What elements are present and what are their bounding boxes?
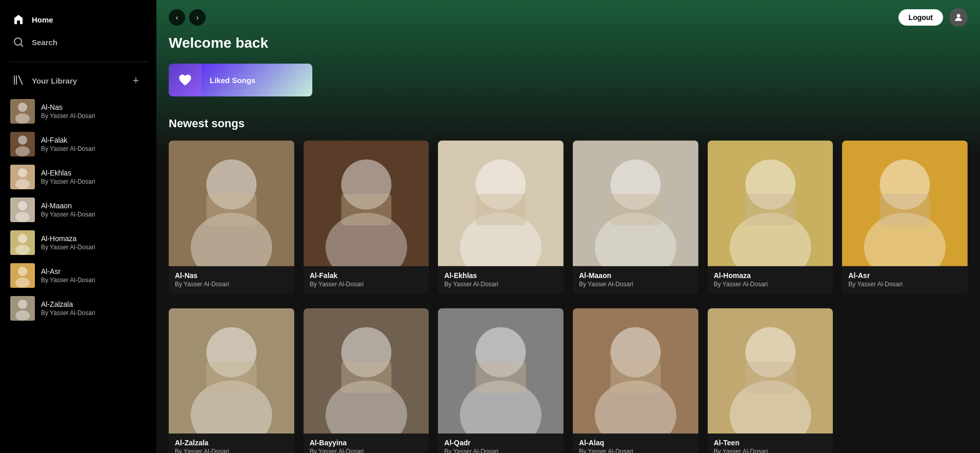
song-card-al-nas[interactable]: Al-NasBy Yasser Al-Dosari: [169, 141, 294, 294]
song-card-image-al-falak: [304, 141, 429, 266]
sidebar-item-home[interactable]: Home: [6, 8, 150, 31]
svg-point-14: [18, 201, 27, 210]
svg-point-21: [15, 278, 30, 288]
sidebar-item-sub-al-nas: By Yasser Al-Dosari: [41, 112, 146, 120]
svg-point-0: [14, 38, 22, 45]
svg-rect-65: [610, 362, 661, 393]
song-card-al-falak[interactable]: Al-FalakBy Yasser Al-Dosari: [304, 141, 429, 294]
liked-songs-card[interactable]: Liked Songs: [169, 64, 312, 96]
song-card-sub-al-ekhlas: By Yasser Al-Dosari: [438, 281, 564, 288]
song-card-r2-4[interactable]: Al-AlaqBy Yasser Al-Dosari: [573, 308, 698, 453]
song-card-sub-al-falak: By Yasser Al-Dosari: [304, 281, 429, 288]
svg-point-17: [18, 234, 27, 243]
song-card-r2-5[interactable]: Al-TeenBy Yasser Al-Dosari: [708, 308, 833, 453]
sidebar-divider: [8, 62, 148, 62]
sidebar-thumb-al-zalzala: [10, 296, 35, 321]
song-card-al-ekhlas[interactable]: Al-EkhlasBy Yasser Al-Dosari: [438, 141, 564, 294]
song-card-title-al-nas: Al-Nas: [169, 266, 294, 281]
song-card-al-maaon[interactable]: Al-MaaonBy Yasser Al-Dosari: [573, 141, 698, 294]
song-card-image-al-maaon: [573, 141, 698, 266]
sidebar-item-info-al-falak: Al-FalakBy Yasser Al-Dosari: [41, 136, 146, 152]
song-card-title-al-maaon: Al-Maaon: [573, 266, 698, 281]
sidebar-item-info-al-ekhlas: Al-EkhlasBy Yasser Al-Dosari: [41, 169, 146, 185]
sidebar-thumb-al-ekhlas: [10, 165, 35, 189]
main-content-area: ‹ › Logout Welcome back Liked Songs: [156, 0, 980, 453]
back-button[interactable]: ‹: [169, 9, 185, 26]
sidebar-thumb-al-maaon: [10, 198, 35, 222]
svg-point-9: [15, 146, 30, 156]
svg-point-24: [15, 310, 30, 321]
sidebar-library-item-al-homaza[interactable]: Al-HomazaBy Yasser Al-Dosari: [4, 226, 152, 259]
sidebar-thumb-al-asr: [10, 263, 35, 288]
liked-songs-icon-box: [169, 64, 202, 96]
sidebar-library-item-al-falak[interactable]: Al-FalakBy Yasser Al-Dosari: [4, 128, 152, 161]
sidebar-library-item-al-nas[interactable]: Al-NasBy Yasser Al-Dosari: [4, 95, 152, 128]
forward-button[interactable]: ›: [189, 9, 206, 26]
sidebar-library-item-al-asr[interactable]: Al-AsrBy Yasser Al-Dosari: [4, 259, 152, 292]
sidebar-library-title[interactable]: Your Library: [12, 74, 77, 88]
library-label: Your Library: [32, 76, 77, 85]
svg-rect-33: [341, 194, 391, 225]
song-card-r2-2[interactable]: Al-BayyinaBy Yasser Al-Dosari: [304, 308, 429, 453]
sidebar-item-name-al-homaza: Al-Homaza: [41, 234, 146, 243]
song-card-sub-r2-1: By Yasser Al-Dosari: [169, 448, 294, 453]
song-card-r2-1[interactable]: Al-ZalzalaBy Yasser Al-Dosari: [169, 308, 294, 453]
liked-songs-label: Liked Songs: [202, 76, 264, 85]
newest-songs-title: Newest songs: [169, 117, 968, 130]
song-card-image-al-nas: [169, 141, 294, 266]
song-card-image-r2-1: [169, 308, 294, 434]
sidebar-thumb-al-nas: [10, 99, 35, 124]
second-songs-grid: Al-ZalzalaBy Yasser Al-Dosari Al-Bayyina…: [169, 308, 968, 453]
svg-rect-2: [14, 75, 15, 85]
song-card-al-asr[interactable]: Al-AsrBy Yasser Al-Dosari: [842, 141, 968, 294]
user-avatar[interactable]: [949, 8, 968, 27]
svg-rect-29: [206, 194, 256, 225]
song-card-sub-r2-5: By Yasser Al-Dosari: [708, 448, 833, 453]
sidebar-item-sub-al-ekhlas: By Yasser Al-Dosari: [41, 178, 146, 185]
song-card-sub-al-maaon: By Yasser Al-Dosari: [573, 281, 698, 288]
svg-rect-3: [16, 75, 17, 85]
sidebar-item-info-al-maaon: Al-MaaonBy Yasser Al-Dosari: [41, 202, 146, 218]
svg-rect-57: [341, 362, 391, 393]
nav-arrows: ‹ ›: [169, 9, 206, 26]
sidebar-item-info-al-nas: Al-NasBy Yasser Al-Dosari: [41, 103, 146, 120]
sidebar-item-search[interactable]: Search: [6, 31, 150, 53]
sidebar-item-name-al-maaon: Al-Maaon: [41, 202, 146, 210]
svg-rect-37: [476, 194, 526, 225]
song-card-image-al-asr: [842, 141, 968, 266]
sidebar-library-item-al-ekhlas[interactable]: Al-EkhlasBy Yasser Al-Dosari: [4, 161, 152, 193]
svg-rect-53: [206, 362, 256, 393]
sidebar: Home Search Your Library +: [0, 0, 156, 453]
add-library-button[interactable]: +: [128, 72, 144, 89]
svg-point-18: [15, 245, 30, 255]
sidebar-item-info-al-asr: Al-AsrBy Yasser Al-Dosari: [41, 267, 146, 284]
song-card-al-homaza[interactable]: Al-HomazaBy Yasser Al-Dosari: [708, 141, 833, 294]
song-card-title-r2-4: Al-Alaq: [573, 434, 698, 448]
song-card-image-r2-2: [304, 308, 429, 434]
newest-songs-grid: Al-NasBy Yasser Al-Dosari Al-FalakBy Yas…: [169, 141, 968, 294]
song-card-image-r2-4: [573, 308, 698, 434]
sidebar-item-sub-al-homaza: By Yasser Al-Dosari: [41, 244, 146, 251]
svg-rect-69: [745, 362, 795, 393]
svg-line-1: [21, 45, 24, 47]
logout-button[interactable]: Logout: [898, 9, 943, 26]
song-card-r2-3[interactable]: Al-QadrBy Yasser Al-Dosari: [438, 308, 564, 453]
sidebar-item-name-al-asr: Al-Asr: [41, 267, 146, 275]
sidebar-item-name-al-ekhlas: Al-Ekhlas: [41, 169, 146, 177]
search-icon: [12, 36, 25, 48]
sidebar-list: Al-NasBy Yasser Al-Dosari Al-FalakBy Yas…: [0, 93, 156, 453]
song-card-sub-al-nas: By Yasser Al-Dosari: [169, 281, 294, 288]
sidebar-library-item-al-maaon[interactable]: Al-MaaonBy Yasser Al-Dosari: [4, 193, 152, 226]
svg-point-20: [18, 267, 27, 276]
sidebar-library-item-al-zalzala[interactable]: Al-ZalzalaBy Yasser Al-Dosari: [4, 292, 152, 325]
main-scrollable-content: Welcome back Liked Songs Newest songs Al…: [156, 35, 980, 453]
svg-point-25: [957, 14, 961, 17]
song-card-image-r2-3: [438, 308, 564, 434]
song-card-image-r2-5: [708, 308, 833, 434]
song-card-title-al-ekhlas: Al-Ekhlas: [438, 266, 564, 281]
main-header: ‹ › Logout: [156, 0, 980, 35]
song-card-title-r2-2: Al-Bayyina: [304, 434, 429, 448]
library-icon: [12, 74, 25, 88]
song-card-title-r2-1: Al-Zalzala: [169, 434, 294, 448]
sidebar-item-sub-al-zalzala: By Yasser Al-Dosari: [41, 309, 146, 317]
